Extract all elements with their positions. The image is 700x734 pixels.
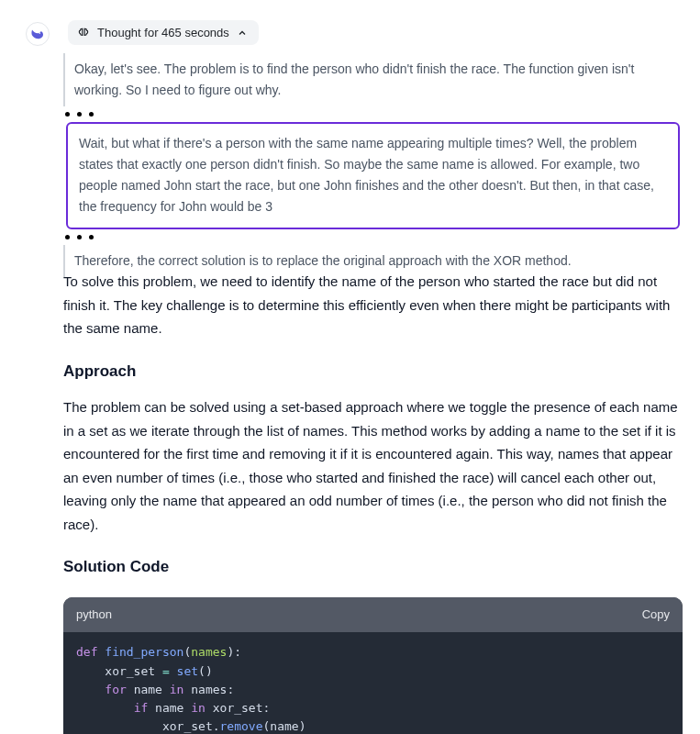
reasoning-highlight-text: Wait, but what if there's a person with … <box>79 136 654 214</box>
ellipsis-separator <box>63 106 683 122</box>
whale-logo-icon <box>29 26 46 42</box>
ellipsis-separator <box>63 229 683 245</box>
thought-label: Thought for 465 seconds <box>97 26 229 39</box>
brain-icon <box>77 27 90 39</box>
code-language-label: python <box>76 605 112 625</box>
thought-toggle[interactable]: Thought for 465 seconds <box>68 20 259 45</box>
reasoning-highlight: Wait, but what if there's a person with … <box>66 122 680 228</box>
solution-code-heading: Solution Code <box>63 554 683 581</box>
reasoning-conclusion-text: Therefore, the correct solution is to re… <box>74 253 572 268</box>
answer-section: To solve this problem, we need to identi… <box>63 270 683 734</box>
copy-button[interactable]: Copy <box>642 605 670 625</box>
answer-intro: To solve this problem, we need to identi… <box>63 270 683 340</box>
assistant-avatar <box>26 22 50 46</box>
approach-heading: Approach <box>63 359 683 385</box>
reasoning-section: Okay, let's see. The problem is to find … <box>63 53 683 277</box>
code-header: python Copy <box>63 597 683 632</box>
code-content[interactable]: def find_person(names): xor_set = set() … <box>63 632 683 734</box>
chevron-up-icon <box>237 28 248 39</box>
reasoning-text: Okay, let's see. The problem is to find … <box>74 61 634 97</box>
code-block: python Copy def find_person(names): xor_… <box>63 597 683 734</box>
approach-body: The problem can be solved using a set-ba… <box>63 395 683 536</box>
svg-point-0 <box>39 33 41 35</box>
reasoning-paragraph: Okay, let's see. The problem is to find … <box>63 53 683 106</box>
